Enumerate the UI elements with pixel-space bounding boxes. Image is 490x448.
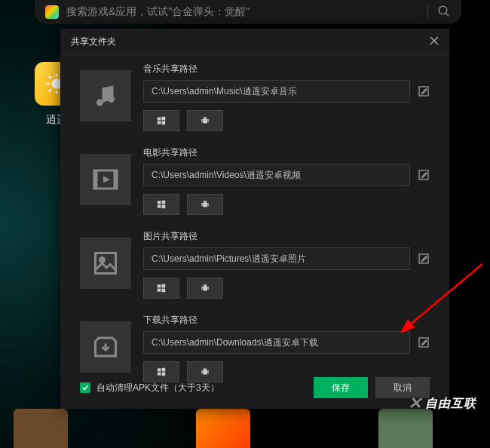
svg-line-50 [206, 284, 207, 285]
svg-rect-31 [162, 201, 166, 204]
svg-rect-18 [158, 121, 161, 124]
download-icon [80, 321, 131, 373]
share-row: 图片共享路径 [80, 230, 430, 299]
svg-rect-45 [162, 289, 166, 293]
android-button[interactable] [187, 110, 223, 131]
auto-clean-checkbox[interactable] [80, 382, 90, 393]
svg-rect-54 [158, 373, 161, 376]
dialog-footer: 自动清理APK文件（大于3天） 保存 取消 [80, 377, 430, 398]
svg-line-49 [204, 284, 204, 285]
svg-line-37 [204, 201, 204, 201]
svg-rect-53 [162, 368, 166, 372]
svg-rect-43 [162, 284, 166, 288]
share-row: 音乐共享路径 [80, 63, 430, 131]
svg-rect-52 [158, 368, 161, 371]
svg-rect-17 [162, 117, 166, 121]
svg-rect-34 [203, 203, 207, 207]
music-icon [80, 70, 131, 121]
svg-point-40 [100, 258, 105, 262]
dialog-header: 共享文件夹 [60, 29, 449, 55]
svg-line-59 [204, 368, 204, 369]
watermark-text: 自由互联 [425, 396, 476, 412]
windows-button[interactable] [143, 278, 179, 299]
bottom-thumbnails [14, 409, 476, 448]
path-label: 图片共享路径 [143, 230, 430, 243]
svg-line-1 [446, 13, 449, 16]
svg-rect-42 [158, 284, 161, 287]
path-input[interactable] [143, 247, 410, 270]
search-placeholder: 搜索游戏&应用，试试"合金弹头：觉醒" [66, 5, 418, 19]
auto-clean-label: 自动清理APK文件（大于3天） [96, 382, 306, 394]
svg-line-38 [206, 201, 207, 201]
svg-rect-56 [203, 370, 207, 375]
svg-rect-20 [203, 119, 207, 124]
svg-rect-39 [96, 253, 116, 274]
app-logo-icon [45, 5, 59, 19]
svg-rect-19 [162, 121, 166, 125]
thumbnail[interactable] [196, 409, 250, 448]
svg-line-23 [204, 117, 204, 118]
svg-rect-55 [162, 373, 166, 376]
close-button[interactable] [430, 36, 439, 48]
svg-line-9 [49, 89, 51, 91]
edit-path-button[interactable] [418, 169, 430, 181]
svg-point-14 [108, 96, 115, 103]
svg-rect-32 [158, 205, 161, 208]
svg-rect-33 [162, 205, 166, 209]
svg-point-13 [96, 100, 103, 106]
path-input[interactable] [143, 164, 410, 186]
search-bar[interactable]: 搜索游戏&应用，试试"合金弹头：觉醒" [35, 0, 461, 24]
svg-line-24 [206, 117, 207, 118]
android-button[interactable] [187, 278, 223, 299]
edit-path-button[interactable] [418, 85, 430, 97]
svg-marker-28 [103, 176, 110, 183]
save-button[interactable]: 保存 [314, 377, 368, 398]
svg-rect-46 [203, 287, 207, 291]
windows-button[interactable] [143, 194, 179, 215]
edit-path-button[interactable] [418, 336, 430, 348]
image-icon [80, 238, 131, 289]
shared-folder-dialog: 共享文件夹 音乐共享路径电影共享路径图片共享路径下载共享路径 自动清理APK文件… [60, 29, 449, 409]
svg-line-60 [206, 368, 207, 369]
android-button[interactable] [187, 194, 223, 215]
share-row: 下载共享路径 [80, 314, 430, 382]
svg-rect-30 [158, 201, 161, 204]
divider [427, 5, 428, 19]
windows-button[interactable] [143, 110, 179, 131]
svg-line-7 [49, 76, 51, 78]
path-input[interactable] [143, 80, 410, 103]
path-label: 电影共享路径 [143, 146, 430, 159]
svg-rect-16 [158, 117, 161, 120]
edit-path-button[interactable] [418, 253, 430, 265]
dialog-title: 共享文件夹 [71, 35, 430, 48]
path-input[interactable] [143, 331, 410, 354]
watermark: ✕ 自由互联 [408, 394, 476, 413]
svg-rect-44 [158, 289, 161, 292]
thumbnail[interactable] [14, 409, 68, 448]
path-label: 音乐共享路径 [143, 63, 430, 75]
path-label: 下载共享路径 [143, 314, 430, 327]
share-row: 电影共享路径 [80, 146, 430, 215]
svg-point-0 [439, 6, 447, 14]
svg-rect-27 [114, 170, 118, 189]
video-icon [80, 154, 131, 205]
search-icon[interactable] [437, 5, 451, 20]
watermark-x-icon: ✕ [408, 394, 422, 413]
svg-rect-26 [94, 170, 98, 189]
thumbnail[interactable] [378, 409, 433, 448]
